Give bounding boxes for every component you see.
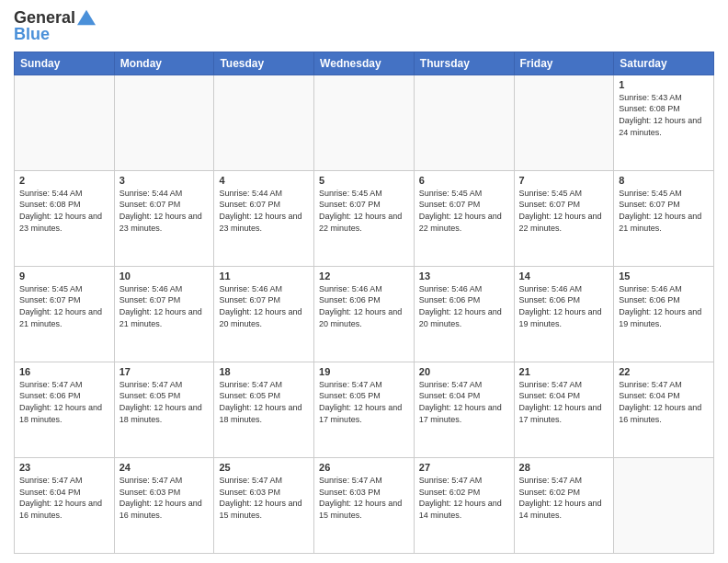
day-cell: 12Sunrise: 5:46 AMSunset: 6:06 PMDayligh… (314, 266, 415, 362)
day-header-saturday: Saturday (614, 52, 714, 75)
day-info: Sunrise: 5:45 AMSunset: 6:07 PMDaylight:… (319, 188, 409, 234)
day-info: Sunrise: 5:47 AMSunset: 6:04 PMDaylight:… (419, 379, 509, 425)
day-info: Sunrise: 5:47 AMSunset: 6:04 PMDaylight:… (519, 379, 609, 425)
day-number: 22 (619, 366, 709, 377)
header: General Blue (14, 9, 714, 44)
day-cell: 13Sunrise: 5:46 AMSunset: 6:06 PMDayligh… (414, 266, 514, 362)
day-number: 16 (19, 366, 109, 377)
day-info: Sunrise: 5:46 AMSunset: 6:06 PMDaylight:… (519, 283, 609, 329)
day-cell: 14Sunrise: 5:46 AMSunset: 6:06 PMDayligh… (514, 266, 614, 362)
day-cell (214, 75, 314, 170)
day-cell (414, 75, 514, 170)
day-cell: 24Sunrise: 5:47 AMSunset: 6:03 PMDayligh… (114, 457, 214, 553)
day-info: Sunrise: 5:47 AMSunset: 6:05 PMDaylight:… (119, 379, 210, 425)
day-info: Sunrise: 5:44 AMSunset: 6:07 PMDaylight:… (219, 188, 309, 234)
day-info: Sunrise: 5:47 AMSunset: 6:02 PMDaylight:… (519, 475, 609, 521)
day-cell: 17Sunrise: 5:47 AMSunset: 6:05 PMDayligh… (114, 362, 214, 457)
day-info: Sunrise: 5:47 AMSunset: 6:05 PMDaylight:… (319, 379, 409, 425)
day-cell: 9Sunrise: 5:45 AMSunset: 6:07 PMDaylight… (15, 266, 115, 362)
day-cell (114, 75, 214, 170)
day-info: Sunrise: 5:44 AMSunset: 6:07 PMDaylight:… (119, 188, 210, 234)
day-cell: 8Sunrise: 5:45 AMSunset: 6:07 PMDaylight… (614, 170, 714, 266)
svg-marker-0 (77, 10, 96, 26)
day-number: 4 (219, 175, 309, 186)
logo-blue: Blue (14, 25, 96, 44)
day-cell: 11Sunrise: 5:46 AMSunset: 6:07 PMDayligh… (214, 266, 314, 362)
day-cell: 16Sunrise: 5:47 AMSunset: 6:06 PMDayligh… (15, 362, 115, 457)
day-number: 12 (319, 270, 409, 282)
day-cell: 27Sunrise: 5:47 AMSunset: 6:02 PMDayligh… (414, 457, 514, 553)
week-row-1: 1Sunrise: 5:43 AMSunset: 6:08 PMDaylight… (15, 75, 714, 170)
logo-icon (77, 8, 96, 27)
day-info: Sunrise: 5:45 AMSunset: 6:07 PMDaylight:… (419, 188, 509, 234)
week-row-4: 16Sunrise: 5:47 AMSunset: 6:06 PMDayligh… (15, 362, 714, 457)
day-number: 14 (519, 270, 609, 282)
day-cell: 26Sunrise: 5:47 AMSunset: 6:03 PMDayligh… (314, 457, 415, 553)
day-info: Sunrise: 5:47 AMSunset: 6:03 PMDaylight:… (119, 475, 210, 521)
day-info: Sunrise: 5:47 AMSunset: 6:03 PMDaylight:… (319, 475, 409, 521)
day-info: Sunrise: 5:45 AMSunset: 6:07 PMDaylight:… (519, 188, 609, 234)
day-number: 1 (619, 79, 709, 90)
day-info: Sunrise: 5:47 AMSunset: 6:05 PMDaylight:… (219, 379, 309, 425)
day-info: Sunrise: 5:47 AMSunset: 6:04 PMDaylight:… (19, 475, 109, 521)
day-info: Sunrise: 5:46 AMSunset: 6:06 PMDaylight:… (619, 283, 709, 329)
day-header-tuesday: Tuesday (214, 52, 314, 75)
day-cell: 3Sunrise: 5:44 AMSunset: 6:07 PMDaylight… (114, 170, 214, 266)
day-cell (614, 457, 714, 553)
day-cell: 6Sunrise: 5:45 AMSunset: 6:07 PMDaylight… (414, 170, 514, 266)
day-info: Sunrise: 5:47 AMSunset: 6:04 PMDaylight:… (619, 379, 709, 425)
day-number: 13 (419, 270, 509, 282)
day-number: 6 (419, 175, 509, 186)
day-number: 17 (119, 366, 210, 377)
day-number: 27 (419, 462, 509, 473)
day-number: 18 (219, 366, 309, 377)
day-header-sunday: Sunday (15, 52, 115, 75)
day-cell: 7Sunrise: 5:45 AMSunset: 6:07 PMDaylight… (514, 170, 614, 266)
day-cell: 18Sunrise: 5:47 AMSunset: 6:05 PMDayligh… (214, 362, 314, 457)
day-number: 15 (619, 270, 709, 282)
week-row-3: 9Sunrise: 5:45 AMSunset: 6:07 PMDaylight… (15, 266, 714, 362)
day-number: 3 (119, 175, 210, 186)
day-number: 5 (319, 175, 409, 186)
day-header-wednesday: Wednesday (314, 52, 415, 75)
day-number: 24 (119, 462, 210, 473)
day-cell: 28Sunrise: 5:47 AMSunset: 6:02 PMDayligh… (514, 457, 614, 553)
day-info: Sunrise: 5:46 AMSunset: 6:07 PMDaylight:… (119, 283, 210, 329)
week-row-2: 2Sunrise: 5:44 AMSunset: 6:08 PMDaylight… (15, 170, 714, 266)
day-info: Sunrise: 5:46 AMSunset: 6:06 PMDaylight:… (419, 283, 509, 329)
day-number: 9 (19, 270, 109, 282)
day-header-friday: Friday (514, 52, 614, 75)
day-number: 11 (219, 270, 309, 282)
calendar-table: SundayMondayTuesdayWednesdayThursdayFrid… (14, 52, 714, 554)
day-cell: 21Sunrise: 5:47 AMSunset: 6:04 PMDayligh… (514, 362, 614, 457)
day-info: Sunrise: 5:47 AMSunset: 6:06 PMDaylight:… (19, 379, 109, 425)
day-cell (15, 75, 115, 170)
calendar-page: General Blue SundayMondayTuesdayWednesda… (0, 0, 728, 563)
day-cell: 5Sunrise: 5:45 AMSunset: 6:07 PMDaylight… (314, 170, 415, 266)
day-info: Sunrise: 5:46 AMSunset: 6:06 PMDaylight:… (319, 283, 409, 329)
logo: General Blue (14, 9, 96, 44)
day-info: Sunrise: 5:46 AMSunset: 6:07 PMDaylight:… (219, 283, 309, 329)
day-header-monday: Monday (114, 52, 214, 75)
day-number: 23 (19, 462, 109, 473)
day-cell: 23Sunrise: 5:47 AMSunset: 6:04 PMDayligh… (15, 457, 115, 553)
day-info: Sunrise: 5:47 AMSunset: 6:03 PMDaylight:… (219, 475, 309, 521)
day-number: 21 (519, 366, 609, 377)
day-number: 10 (119, 270, 210, 282)
week-row-5: 23Sunrise: 5:47 AMSunset: 6:04 PMDayligh… (15, 457, 714, 553)
day-info: Sunrise: 5:45 AMSunset: 6:07 PMDaylight:… (19, 283, 109, 329)
day-cell: 2Sunrise: 5:44 AMSunset: 6:08 PMDaylight… (15, 170, 115, 266)
day-number: 7 (519, 175, 609, 186)
day-number: 2 (19, 175, 109, 186)
day-info: Sunrise: 5:47 AMSunset: 6:02 PMDaylight:… (419, 475, 509, 521)
day-number: 26 (319, 462, 409, 473)
day-number: 25 (219, 462, 309, 473)
day-info: Sunrise: 5:43 AMSunset: 6:08 PMDaylight:… (619, 92, 709, 138)
day-cell: 25Sunrise: 5:47 AMSunset: 6:03 PMDayligh… (214, 457, 314, 553)
day-cell: 10Sunrise: 5:46 AMSunset: 6:07 PMDayligh… (114, 266, 214, 362)
day-info: Sunrise: 5:44 AMSunset: 6:08 PMDaylight:… (19, 188, 109, 234)
day-cell: 15Sunrise: 5:46 AMSunset: 6:06 PMDayligh… (614, 266, 714, 362)
day-number: 20 (419, 366, 509, 377)
day-number: 28 (519, 462, 609, 473)
calendar-header-row: SundayMondayTuesdayWednesdayThursdayFrid… (15, 52, 714, 75)
